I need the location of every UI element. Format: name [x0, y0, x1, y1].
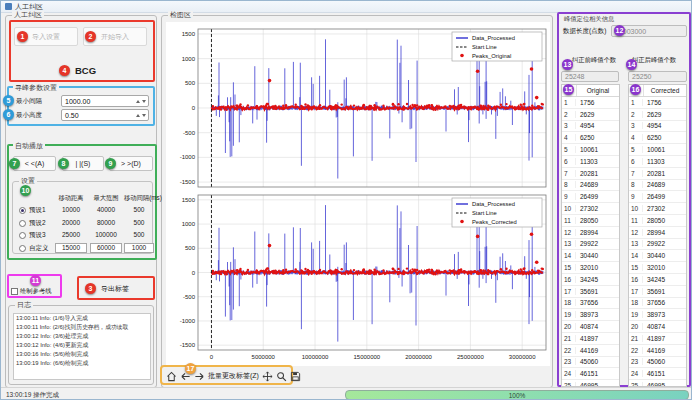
annotation-mark-14: 14: [626, 59, 637, 70]
after-count-field[interactable]: 25250: [628, 71, 687, 82]
table-row[interactable]: 1430440: [629, 250, 686, 262]
table-row[interactable]: 11756: [562, 97, 619, 109]
table-row[interactable]: 2546995: [562, 380, 619, 387]
table-row[interactable]: 510061: [629, 144, 686, 156]
table-row[interactable]: 2446151: [562, 368, 619, 380]
table-row[interactable]: 2446151: [629, 368, 686, 380]
progress-bar: 100%: [345, 390, 689, 400]
log-area[interactable]: 13:00:11 Info: (1/6)导入完成13:00:11 Info: (…: [13, 313, 151, 380]
table-row[interactable]: 720281: [629, 168, 686, 180]
table-row[interactable]: 46250: [629, 132, 686, 144]
min-height-spinbox[interactable]: 0.50: [61, 109, 149, 121]
table-row[interactable]: 1027302: [562, 203, 619, 215]
export-labels-button[interactable]: 导出标签: [101, 284, 129, 294]
forward-arrow-icon[interactable]: [194, 370, 205, 383]
annotation-mark-9: 9: [105, 158, 116, 169]
table-row[interactable]: 824689: [629, 180, 686, 192]
preset-radio[interactable]: [19, 220, 26, 227]
table-row[interactable]: 1228994: [629, 227, 686, 239]
annotation-mark-13: 13: [562, 59, 573, 70]
svg-text:1500: 1500: [182, 197, 196, 203]
table-row[interactable]: 1837656: [562, 298, 619, 310]
spinbox-arrows-icon[interactable]: [136, 114, 148, 117]
preset-custom-input[interactable]: 1000: [124, 243, 154, 253]
table-row[interactable]: 22629: [629, 109, 686, 121]
table-row[interactable]: 2244169: [562, 345, 619, 357]
home-icon[interactable]: [166, 370, 177, 383]
table-row[interactable]: 2345060: [629, 357, 686, 369]
table-row[interactable]: 2040874: [629, 321, 686, 333]
preset-label[interactable]: 预设3: [29, 231, 46, 240]
preset-label[interactable]: 预设1: [29, 206, 46, 215]
table-row[interactable]: 926499: [629, 191, 686, 203]
table-row[interactable]: 1128050: [629, 215, 686, 227]
table-row[interactable]: 1938973: [629, 309, 686, 321]
table-row[interactable]: 720281: [562, 168, 619, 180]
chart-original-peaks[interactable]: 150010005000-500-1000-1500Data_Processed…: [166, 22, 550, 190]
annotation-mark-10: 10: [20, 185, 31, 196]
status-text: 13:00:19 操作完成: [6, 391, 59, 400]
log-group: 日志 13:00:11 Info: (1/6)导入完成13:00:11 Info…: [8, 305, 154, 385]
table-row[interactable]: 1329922: [629, 239, 686, 251]
table-row[interactable]: 510061: [562, 144, 619, 156]
table-row[interactable]: 1532010: [629, 262, 686, 274]
data-length-label: 数据长度(点数): [563, 27, 606, 36]
table-row[interactable]: 2040874: [562, 321, 619, 333]
table-row[interactable]: 611303: [562, 156, 619, 168]
preset-label[interactable]: 预设2: [29, 219, 46, 228]
table-row[interactable]: 1532010: [562, 262, 619, 274]
spinbox-arrows-icon[interactable]: [136, 100, 148, 103]
preset-custom-input[interactable]: 15000: [55, 243, 87, 253]
svg-text:Start Line: Start Line: [472, 210, 497, 216]
preset-radio[interactable]: [19, 245, 26, 252]
table-row[interactable]: 34954: [629, 121, 686, 133]
table-row[interactable]: 11756: [629, 97, 686, 109]
preset-custom-input[interactable]: 60000: [90, 243, 122, 253]
table-row[interactable]: 34954: [562, 121, 619, 133]
table-row[interactable]: 2345060: [562, 357, 619, 369]
save-icon[interactable]: [290, 370, 301, 383]
table-row[interactable]: 1735691: [629, 286, 686, 298]
table-row[interactable]: 926499: [562, 191, 619, 203]
chart-view-panel: 检图区 150010005000-500-1000-1500Data_Proce…: [161, 15, 553, 388]
svg-text:Data_Processed: Data_Processed: [472, 201, 515, 207]
start-import-label: 开始导入: [101, 32, 129, 42]
min-interval-spinbox[interactable]: 1000.00: [61, 95, 149, 107]
table-row[interactable]: 2141897: [629, 333, 686, 345]
before-count-label: 纠正前峰值个数: [572, 56, 616, 65]
table-row[interactable]: 1128050: [562, 215, 619, 227]
original-peaks-table[interactable]: Original11756226293495446250510061611303…: [561, 84, 620, 387]
svg-text:5000000: 5000000: [252, 354, 276, 360]
table-row[interactable]: 1837656: [629, 298, 686, 310]
window-title: 人工纠区: [15, 2, 43, 12]
table-row[interactable]: 46250: [562, 132, 619, 144]
checkbox-icon[interactable]: [11, 288, 18, 295]
preset-radio[interactable]: [19, 207, 26, 214]
table-row[interactable]: 611303: [629, 156, 686, 168]
preset-label[interactable]: 自定义: [29, 244, 49, 253]
table-row[interactable]: 1735691: [562, 286, 619, 298]
table-row[interactable]: 2546995: [629, 380, 686, 387]
batch-edit-labels-button[interactable]: 批量更改标签(Z): [208, 371, 259, 381]
chart-corrected-peaks[interactable]: 150010005000-500-1000-150005000000100000…: [166, 190, 550, 366]
table-row[interactable]: 22629: [562, 109, 619, 121]
table-row[interactable]: 2244169: [629, 345, 686, 357]
table-row[interactable]: 2141897: [562, 333, 619, 345]
pan-icon[interactable]: [262, 370, 273, 383]
figure-canvas[interactable]: 150010005000-500-1000-1500Data_Processed…: [166, 22, 550, 366]
preset-value: 500: [124, 231, 154, 238]
corrected-peaks-table[interactable]: Corrected1175622629349544625051006161130…: [628, 84, 687, 387]
table-row[interactable]: 1027302: [629, 203, 686, 215]
preset-radio[interactable]: [19, 232, 26, 239]
table-row[interactable]: 1634245: [629, 274, 686, 286]
table-row[interactable]: 1329922: [562, 239, 619, 251]
before-count-field[interactable]: 25248: [561, 71, 619, 82]
table-row[interactable]: 1228994: [562, 227, 619, 239]
zoom-icon[interactable]: [276, 370, 287, 383]
table-row[interactable]: 1430440: [562, 250, 619, 262]
table-row[interactable]: 1938973: [562, 309, 619, 321]
table-row[interactable]: 1634245: [562, 274, 619, 286]
autoplay-pause-label: | |(S): [76, 160, 91, 167]
reference-line-checkbox[interactable]: 绘制参考线: [11, 287, 51, 296]
table-row[interactable]: 824689: [562, 180, 619, 192]
